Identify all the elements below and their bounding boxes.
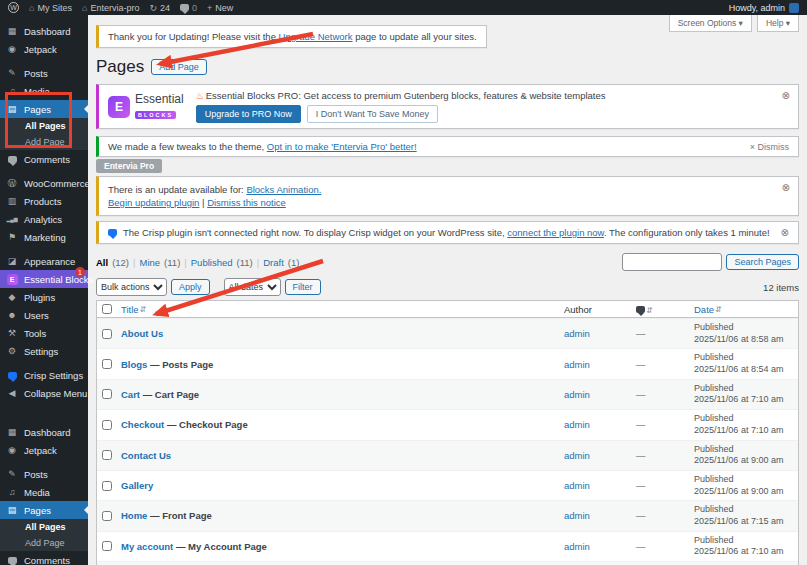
apply-button[interactable]: Apply (171, 279, 210, 295)
begin-updating-link[interactable]: Begin updating plugin (108, 197, 199, 208)
dismiss-button[interactable]: × Dismiss (750, 142, 789, 152)
sort-date-header[interactable]: Date⇵ (694, 304, 722, 315)
sidebar-item-products[interactable]: ▥Products (0, 192, 88, 210)
dismiss-notice-link[interactable]: Dismiss this notice (207, 197, 286, 208)
dates-filter-select[interactable]: All dates (224, 278, 281, 296)
sidebar-item-comments[interactable]: Comments (0, 551, 88, 565)
search-pages-button[interactable]: Search Pages (726, 254, 799, 270)
row-checkbox[interactable] (102, 359, 112, 369)
sidebar-item-media[interactable]: ♫Media (0, 483, 88, 501)
decline-upgrade-button[interactable]: I Don't Want To Save Money (307, 105, 438, 123)
comments-menu[interactable]: 0 (180, 3, 197, 13)
close-icon[interactable]: ⊗ (782, 183, 790, 193)
wordpress-menu[interactable]: W (8, 2, 19, 13)
bulk-actions-select[interactable]: Bulk actions (96, 278, 167, 296)
author-link[interactable]: admin (564, 450, 590, 461)
upgrade-network-link[interactable]: Upgrade Network (279, 31, 353, 42)
essential-blocks-logo-icon: E (108, 96, 130, 118)
sidebar-subitem-add-page[interactable]: Add Page (0, 134, 88, 150)
sidebar-item-woocommerce[interactable]: ⓌWooCommerce (0, 174, 88, 192)
add-page-button[interactable]: Add Page (151, 59, 207, 75)
sidebar-item-label: Collapse Menu (24, 388, 87, 399)
row-author-cell: admin (564, 480, 636, 491)
page-title-link[interactable]: Checkout (121, 419, 164, 430)
sidebar-item-pages[interactable]: ▤Pages (0, 501, 88, 519)
sort-title-header[interactable]: Title⇵ (121, 304, 146, 315)
sidebar-item-users[interactable]: ☻Users (0, 306, 88, 324)
page-title-link[interactable]: Blogs (121, 359, 147, 370)
page-title-link[interactable]: Gallery (121, 480, 153, 491)
author-link[interactable]: admin (564, 480, 590, 491)
close-icon[interactable]: ⊗ (781, 228, 789, 238)
sidebar-item-essential-blocks[interactable]: EEssential Blocks1 (0, 270, 88, 288)
sidebar-item-tools[interactable]: ⚒Tools (0, 324, 88, 342)
sidebar-item-settings[interactable]: ⚙Settings (0, 342, 88, 360)
upgrade-pro-button[interactable]: Upgrade to PRO Now (196, 105, 301, 123)
sidebar-item-media[interactable]: ♫Media (0, 82, 88, 100)
author-link[interactable]: admin (564, 328, 590, 339)
view-filter-mine[interactable]: Mine (140, 257, 161, 268)
row-date: 2025/11/06 at 8:58 am (694, 334, 794, 346)
sidebar-item-posts[interactable]: ✎Posts (0, 465, 88, 483)
author-link[interactable]: admin (564, 389, 590, 400)
sidebar-item-jetpack[interactable]: ◉Jetpack (0, 441, 88, 459)
new-menu[interactable]: + New (207, 3, 233, 13)
connect-plugin-link[interactable]: connect the plugin now (507, 227, 604, 238)
row-checkbox[interactable] (102, 541, 112, 551)
row-title-cell: My account — My Account Page (121, 541, 564, 552)
sidebar-item-analytics[interactable]: ▂▄▆Analytics (0, 210, 88, 228)
sidebar-item-jetpack[interactable]: ◉Jetpack (0, 40, 88, 58)
table-row: Home — Front Pageadmin—Published2025/11/… (97, 500, 798, 530)
row-checkbox[interactable] (102, 481, 112, 491)
sidebar-item-crisp-settings[interactable]: Crisp Settings (0, 366, 88, 384)
row-checkbox-cell (97, 450, 121, 460)
updates-menu[interactable]: ↻ 24 (149, 3, 170, 13)
jetpack-icon: ◉ (6, 44, 18, 54)
woocommerce-icon: Ⓦ (6, 177, 18, 190)
page-title-link[interactable]: Contact Us (121, 450, 171, 461)
my-sites-menu[interactable]: ⌂ My Sites (29, 3, 72, 13)
row-checkbox[interactable] (102, 389, 112, 399)
filter-button[interactable]: Filter (285, 279, 321, 295)
account-menu[interactable]: Howdy, admin (729, 3, 799, 13)
row-date: 2025/11/06 at 7:10 am (694, 425, 794, 437)
search-input[interactable] (622, 253, 722, 271)
page-title-link[interactable]: My account (121, 541, 173, 552)
sidebar-item-dashboard[interactable]: ▦Dashboard (0, 22, 88, 40)
sidebar-item-comments[interactable]: Comments (0, 150, 88, 168)
row-checkbox[interactable] (102, 511, 112, 521)
page-title-link[interactable]: Home (121, 510, 147, 521)
sidebar-subitem-all-pages[interactable]: All Pages (0, 118, 88, 134)
row-checkbox[interactable] (102, 420, 112, 430)
select-all-checkbox[interactable] (102, 304, 112, 314)
row-author-cell: admin (564, 359, 636, 370)
view-filter-draft[interactable]: Draft (263, 257, 284, 268)
view-filter-published[interactable]: Published (191, 257, 233, 268)
close-icon[interactable]: ⊗ (782, 91, 790, 101)
sidebar-item-collapse-menu[interactable]: ◀Collapse Menu (0, 384, 88, 402)
pages-icon: ▤ (6, 505, 18, 515)
theme-optin-link[interactable]: Opt in to make 'Entervia Pro' better! (267, 141, 417, 152)
screen-options-button[interactable]: Screen Options ▾ (669, 15, 752, 32)
help-button[interactable]: Help ▾ (757, 15, 799, 32)
sidebar-item-dashboard[interactable]: ▦Dashboard (0, 423, 88, 441)
sidebar-item-marketing[interactable]: ⚑Marketing (0, 228, 88, 246)
author-link[interactable]: admin (564, 359, 590, 370)
row-checkbox[interactable] (102, 329, 112, 339)
view-filter-all[interactable]: All (96, 257, 108, 268)
sidebar-subitem-add-page[interactable]: Add Page (0, 535, 88, 551)
sidebar-item-pages[interactable]: ▤Pages (0, 100, 88, 118)
sidebar-subitem-all-pages[interactable]: All Pages (0, 519, 88, 535)
comments-header[interactable]: ⇵ (636, 304, 694, 315)
author-link[interactable]: admin (564, 419, 590, 430)
sidebar-item-appearance[interactable]: ◪Appearance (0, 252, 88, 270)
site-menu[interactable]: ⌂ Entervia-pro (82, 3, 139, 13)
row-checkbox[interactable] (102, 450, 112, 460)
sidebar-item-posts[interactable]: ✎Posts (0, 64, 88, 82)
page-title-link[interactable]: Cart (121, 389, 140, 400)
sidebar-item-plugins[interactable]: ◆Plugins (0, 288, 88, 306)
page-title-link[interactable]: About Us (121, 328, 163, 339)
author-link[interactable]: admin (564, 541, 590, 552)
blocks-animation-link[interactable]: Blocks Animation. (246, 184, 321, 195)
author-link[interactable]: admin (564, 510, 590, 521)
